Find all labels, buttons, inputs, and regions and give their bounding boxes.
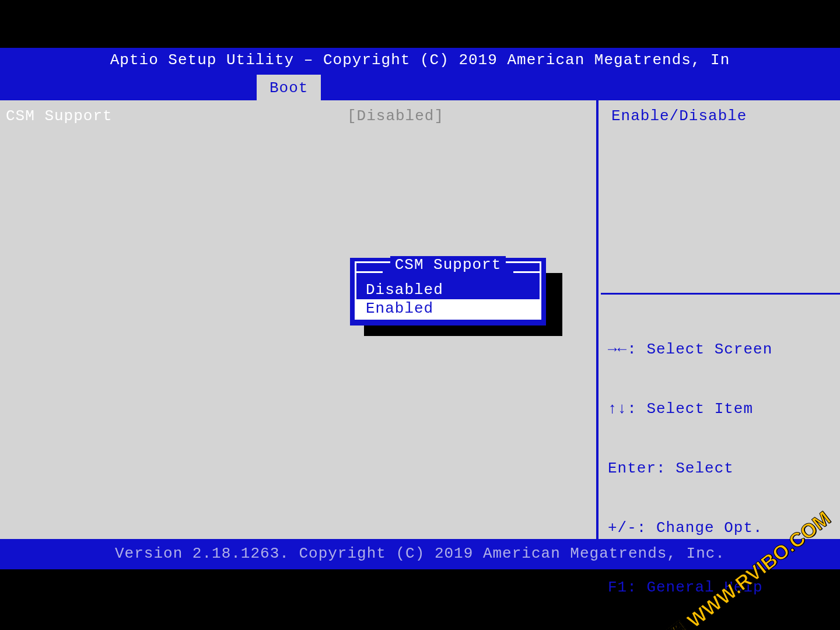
header-bar: Aptio Setup Utility – Copyright (C) 2019…: [0, 48, 840, 100]
popup-option-enabled[interactable]: Enabled: [356, 299, 540, 318]
setting-value: [Disabled]: [347, 107, 444, 125]
help-description: Enable/Disable: [611, 107, 840, 125]
help-key-line: F1: General Help: [608, 578, 840, 597]
popup-title-row: CSM Support: [356, 263, 540, 281]
popup-title: CSM Support: [390, 256, 506, 274]
help-key-line: +/-: Change Opt.: [608, 518, 840, 538]
popup-csm-support: CSM Support Disabled Enabled: [350, 258, 546, 326]
help-panel: Enable/Disable →←: Select Screen ↑↓: Sel…: [601, 100, 840, 539]
header-title: Aptio Setup Utility – Copyright (C) 2019…: [0, 51, 840, 69]
help-key-line: →←: Select Screen: [608, 340, 840, 359]
setting-row-csm-support[interactable]: CSM Support [Disabled]: [6, 107, 589, 127]
help-key-line: ↑↓: Select Item: [608, 399, 840, 419]
bios-screen: Aptio Setup Utility – Copyright (C) 2019…: [0, 0, 840, 630]
help-key-line: Enter: Select: [608, 459, 840, 478]
help-divider: [601, 293, 840, 295]
help-keys: →←: Select Screen ↑↓: Select Item Enter:…: [608, 300, 840, 630]
footer-bar: Version 2.18.1263. Copyright (C) 2019 Am…: [0, 541, 840, 569]
setting-label: CSM Support: [6, 107, 113, 125]
tab-boot[interactable]: Boot: [257, 75, 321, 100]
popup-option-disabled[interactable]: Disabled: [356, 281, 540, 299]
popup-inner: CSM Support Disabled Enabled: [355, 261, 541, 320]
